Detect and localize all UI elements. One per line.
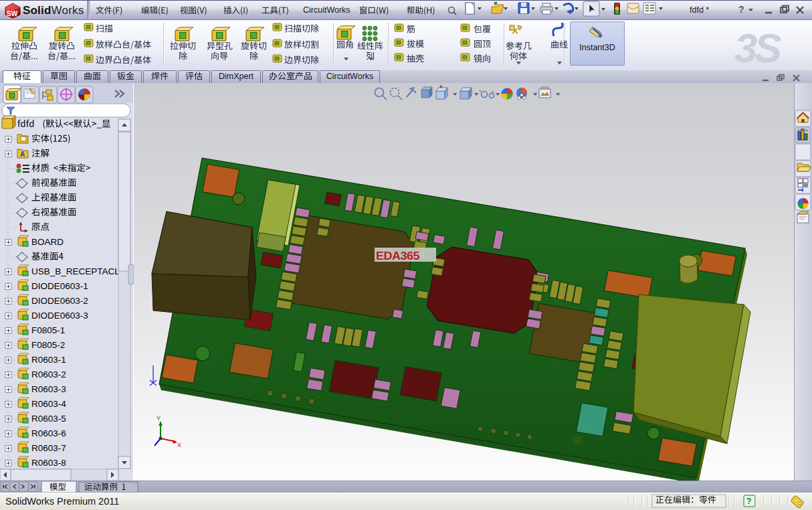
svg-text:Y: Y bbox=[157, 415, 161, 422]
svg-text:X: X bbox=[177, 442, 181, 448]
svg-text:?: ? bbox=[746, 497, 751, 506]
